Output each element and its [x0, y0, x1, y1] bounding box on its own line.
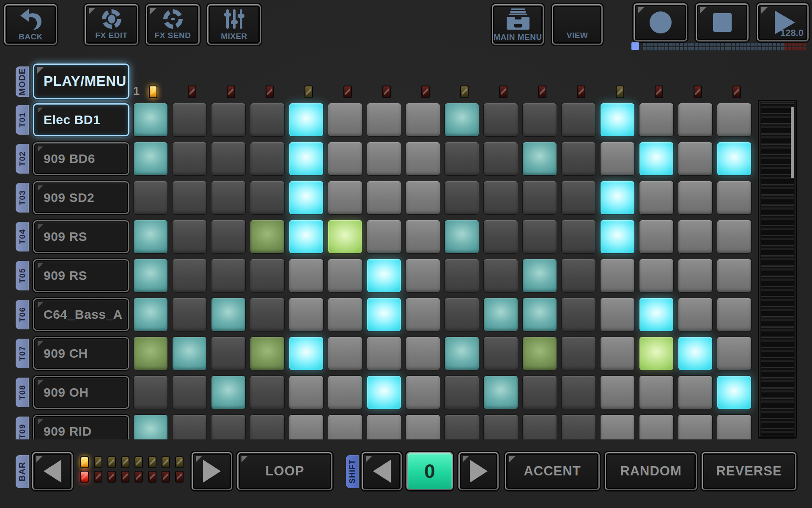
- track-tab-t02[interactable]: T02: [16, 144, 29, 174]
- step-pad[interactable]: [211, 220, 245, 253]
- step-pad[interactable]: [445, 415, 479, 439]
- step-pad[interactable]: [678, 259, 712, 292]
- step-pad[interactable]: [328, 181, 362, 214]
- step-pad[interactable]: [445, 376, 479, 409]
- step-pad[interactable]: [562, 103, 595, 136]
- step-pad[interactable]: [289, 142, 323, 175]
- step-pad[interactable]: [134, 415, 167, 439]
- step-pad[interactable]: [717, 337, 751, 370]
- step-pad[interactable]: [601, 259, 634, 292]
- step-pad[interactable]: [562, 181, 595, 214]
- step-pad[interactable]: [289, 298, 323, 331]
- step-pad[interactable]: [639, 142, 673, 175]
- step-pad[interactable]: [523, 376, 557, 409]
- step-pad[interactable]: [328, 337, 362, 370]
- step-pad[interactable]: [367, 181, 401, 214]
- step-pad[interactable]: [328, 259, 362, 292]
- step-pad[interactable]: [289, 181, 323, 214]
- step-pad[interactable]: [406, 181, 440, 214]
- step-pad[interactable]: [523, 337, 557, 370]
- step-pad[interactable]: [406, 259, 440, 292]
- step-pad[interactable]: [173, 103, 206, 136]
- step-pad[interactable]: [717, 298, 751, 331]
- step-pad[interactable]: [367, 337, 401, 370]
- step-pad[interactable]: [484, 220, 518, 253]
- step-pad[interactable]: [406, 220, 440, 253]
- step-pad[interactable]: [484, 103, 518, 136]
- step-pad[interactable]: [601, 181, 634, 214]
- step-pad[interactable]: [250, 142, 284, 175]
- loop-button[interactable]: LOOP: [237, 452, 332, 490]
- step-pad[interactable]: [484, 142, 518, 175]
- step-pad[interactable]: [484, 415, 518, 439]
- step-pad[interactable]: [639, 298, 673, 331]
- step-pad[interactable]: [328, 103, 362, 136]
- step-pad[interactable]: [601, 415, 634, 439]
- step-pad[interactable]: [367, 142, 401, 175]
- step-pad[interactable]: [250, 298, 284, 331]
- step-pad[interactable]: [601, 142, 634, 175]
- step-pad[interactable]: [562, 337, 595, 370]
- step-pad[interactable]: [211, 181, 245, 214]
- track-select-button[interactable]: 909 RS: [33, 220, 129, 253]
- track-select-button[interactable]: 909 BD6: [33, 142, 129, 175]
- scrollbar-thumb[interactable]: [791, 107, 794, 178]
- step-pad[interactable]: [717, 376, 751, 409]
- track-select-button[interactable]: Elec BD1: [33, 103, 129, 136]
- step-pad[interactable]: [601, 337, 634, 370]
- step-pad[interactable]: [211, 298, 245, 331]
- step-pad[interactable]: [717, 142, 751, 175]
- step-pad[interactable]: [367, 376, 401, 409]
- step-pad[interactable]: [134, 103, 167, 136]
- step-pad[interactable]: [406, 142, 440, 175]
- step-pad[interactable]: [367, 415, 401, 439]
- step-pad[interactable]: [678, 220, 712, 253]
- step-pad[interactable]: [601, 220, 634, 253]
- step-pad[interactable]: [134, 220, 167, 253]
- step-pad[interactable]: [562, 298, 595, 331]
- track-tab-t01[interactable]: T01: [16, 105, 29, 135]
- step-pad[interactable]: [484, 337, 518, 370]
- step-pad[interactable]: [328, 415, 362, 439]
- step-pad[interactable]: [639, 181, 673, 214]
- track-select-button[interactable]: 909 CH: [33, 337, 129, 370]
- step-pad[interactable]: [678, 298, 712, 331]
- step-pad[interactable]: [406, 298, 440, 331]
- step-pad[interactable]: [445, 103, 479, 136]
- step-pad[interactable]: [717, 181, 751, 214]
- step-pad[interactable]: [367, 298, 401, 331]
- step-pad[interactable]: [523, 298, 557, 331]
- step-pad[interactable]: [173, 415, 206, 439]
- step-pad[interactable]: [601, 376, 634, 409]
- step-pad[interactable]: [562, 142, 595, 175]
- step-pad[interactable]: [639, 259, 673, 292]
- step-pad[interactable]: [406, 103, 440, 136]
- scroll-ribbon[interactable]: [758, 100, 797, 439]
- step-pad[interactable]: [484, 298, 518, 331]
- step-pad[interactable]: [328, 376, 362, 409]
- step-pad[interactable]: [173, 337, 206, 370]
- track-select-button[interactable]: 909 RS: [33, 259, 129, 292]
- step-pad[interactable]: [717, 415, 751, 439]
- step-pad[interactable]: [328, 142, 362, 175]
- shift-right-button[interactable]: [458, 452, 499, 490]
- track-tab-t07[interactable]: T07: [16, 339, 29, 368]
- step-pad[interactable]: [601, 103, 634, 136]
- step-pad[interactable]: [367, 103, 401, 136]
- step-pad[interactable]: [678, 142, 712, 175]
- step-pad[interactable]: [445, 337, 479, 370]
- step-pad[interactable]: [367, 220, 401, 253]
- step-pad[interactable]: [250, 337, 284, 370]
- step-pad[interactable]: [717, 103, 751, 136]
- step-pad[interactable]: [173, 142, 206, 175]
- step-pad[interactable]: [562, 259, 595, 292]
- step-pad[interactable]: [173, 298, 206, 331]
- shift-tab[interactable]: SHIFT: [346, 455, 359, 488]
- step-pad[interactable]: [250, 220, 284, 253]
- step-pad[interactable]: [717, 259, 751, 292]
- step-pad[interactable]: [250, 376, 284, 409]
- track-select-button[interactable]: 909 RID: [33, 415, 129, 439]
- bar-prev-button[interactable]: [32, 452, 73, 490]
- step-pad[interactable]: [639, 376, 673, 409]
- step-pad[interactable]: [562, 376, 595, 409]
